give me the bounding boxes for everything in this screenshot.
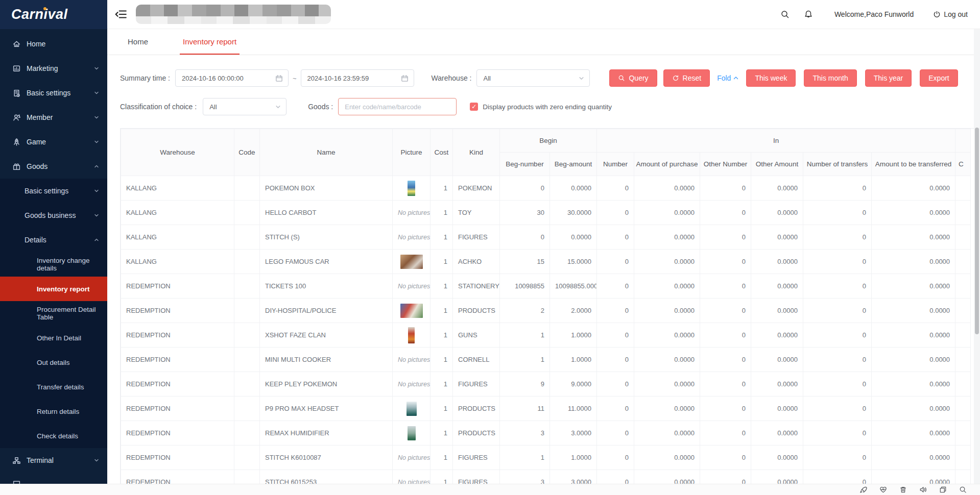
sidebar-item-procurement-detail-table[interactable]: Procurement Detail Table: [0, 301, 107, 326]
home-icon: [12, 40, 21, 48]
sidebar-item-inventory-report[interactable]: Inventory report: [0, 277, 107, 301]
no-pictures-label: No pictures: [398, 209, 430, 216]
cell-other-number: 0: [700, 225, 751, 250]
sidebar-item-check-details[interactable]: Check details: [0, 424, 107, 448]
date-from-input[interactable]: 2024-10-16 00:00:00: [175, 69, 289, 87]
sidebar-item-details[interactable]: Details: [0, 228, 107, 252]
this-week-button[interactable]: This week: [746, 69, 796, 87]
tab-home[interactable]: Home: [125, 29, 151, 55]
cell-beg-number: 2: [500, 299, 550, 323]
vertical-scrollbar-thumb[interactable]: [975, 128, 979, 334]
sidebar-item-inventory-change-details[interactable]: Inventory change details: [0, 252, 107, 277]
classification-select[interactable]: All: [203, 98, 286, 115]
terminal-icon: [12, 456, 21, 465]
sidebar-item-label: Home: [27, 40, 45, 48]
rocket-icon[interactable]: [859, 486, 867, 493]
col-other-number: Other Number: [700, 153, 751, 176]
collapse-menu-icon[interactable]: [114, 8, 128, 21]
table-row: REDEMPTIONDIY-HOSPITAL/POLICE1PRODUCTS22…: [121, 299, 971, 323]
bell-icon[interactable]: [804, 10, 813, 19]
filter-row-2: Classification of choice : All Goods : E…: [120, 98, 612, 115]
cell-warehouse: KALLANG: [121, 225, 234, 250]
cell-warehouse: REDEMPTION: [121, 470, 234, 486]
cell-beg-number: 1: [500, 445, 550, 470]
this-month-button[interactable]: This month: [804, 69, 856, 87]
sidebar-item-game[interactable]: Game: [0, 130, 107, 154]
cell-cost: 1: [431, 274, 453, 299]
sidebar-item-label: Game: [27, 138, 46, 146]
cell-in-number: 0: [597, 445, 634, 470]
sidebar-item-return-details[interactable]: Return details: [0, 399, 107, 424]
chevron-down-icon: [94, 458, 99, 463]
cell-picture: No pictures: [393, 445, 431, 470]
cell-name: STITCH (S): [260, 225, 393, 250]
bottom-toolbar: [0, 484, 980, 495]
search-icon[interactable]: [780, 10, 790, 19]
product-photo[interactable]: [407, 402, 417, 416]
sidebar-item-goods-business[interactable]: Goods business: [0, 203, 107, 228]
cell-transfer-amount: 0.0000: [872, 225, 955, 250]
sidebar-item-member[interactable]: Member: [0, 105, 107, 130]
restore-window-icon[interactable]: [939, 486, 947, 493]
calendar-icon: [275, 75, 283, 82]
heart-pulse-icon[interactable]: [879, 486, 887, 493]
trash-icon[interactable]: [899, 486, 907, 493]
content: Summary time : 2024-10-16 00:00:00 ~ 202…: [107, 55, 980, 484]
query-button[interactable]: Query: [609, 69, 657, 87]
sidebar-item-other-in-detail[interactable]: Other In Detail: [0, 326, 107, 350]
magnifier-icon[interactable]: [959, 486, 967, 493]
cell-code: [234, 201, 260, 225]
table-row: REDEMPTIONMINI MULTI COOKERNo pictures1C…: [121, 348, 971, 372]
sidebar-item-goods-basic-settings[interactable]: Basic settings: [0, 179, 107, 203]
cell-other-number: 0: [700, 445, 751, 470]
goods-search-input[interactable]: Enter code/name/barcode: [338, 98, 457, 115]
table-row: REDEMPTIONP9 PRO MAX HEADSET1PRODUCTS111…: [121, 397, 971, 421]
product-photo[interactable]: [408, 181, 415, 196]
cell-picture: [393, 299, 431, 323]
this-year-button[interactable]: This year: [865, 69, 912, 87]
tab-inventory-report[interactable]: Inventory report: [180, 29, 240, 55]
cell-beg-number: 0: [500, 176, 550, 201]
cell-overflow: [955, 225, 971, 250]
logout-button[interactable]: Log out: [933, 10, 968, 18]
query-label: Query: [629, 74, 648, 82]
cell-in-number: 0: [597, 299, 634, 323]
reset-button[interactable]: Reset: [663, 69, 710, 87]
cell-name: POKEMON BOX: [260, 176, 393, 201]
sidebar-item-goods[interactable]: Goods: [0, 154, 107, 179]
fold-toggle[interactable]: Fold: [717, 74, 739, 82]
cell-cost: 1: [431, 445, 453, 470]
cell-other-number: 0: [700, 470, 751, 486]
sidebar-item-transfer-details[interactable]: Transfer details: [0, 375, 107, 399]
speaker-icon[interactable]: [919, 486, 927, 493]
sidebar-item-out-details[interactable]: Out details: [0, 350, 107, 375]
sidebar-item-marketing[interactable]: Marketing: [0, 56, 107, 81]
cell-beg-amount: 0.0000: [550, 225, 597, 250]
cell-in-number: 0: [597, 372, 634, 397]
sidebar-item-home[interactable]: Home: [0, 32, 107, 56]
cell-name: REMAX HUMIDIFIER: [260, 421, 393, 445]
export-button[interactable]: Export: [920, 69, 958, 87]
product-photo[interactable]: [408, 426, 416, 440]
col-beg-amount: Beg-amount: [550, 153, 597, 176]
sidebar-item-basic-settings[interactable]: Basic settings: [0, 81, 107, 105]
product-photo[interactable]: [400, 255, 423, 269]
product-photo[interactable]: [400, 304, 423, 318]
zero-quantity-checkbox[interactable]: ✓: [470, 103, 478, 111]
col-picture: Picture: [393, 129, 431, 176]
col-number-of-transfers: Number of transfers: [803, 153, 872, 176]
cell-cost: 1: [431, 250, 453, 274]
cell-cost: 1: [431, 225, 453, 250]
warehouse-label: Warehouse :: [432, 74, 472, 82]
cell-warehouse: REDEMPTION: [121, 323, 234, 348]
product-photo[interactable]: [408, 327, 415, 343]
date-to-input[interactable]: 2024-10-16 23:59:59: [301, 69, 414, 87]
cell-transfer-number: 0: [803, 445, 872, 470]
warehouse-select[interactable]: All: [476, 69, 590, 87]
cell-kind: FIGURES: [453, 225, 500, 250]
vertical-scrollbar-track[interactable]: [974, 29, 980, 495]
sidebar-item-terminal[interactable]: Terminal: [0, 448, 107, 473]
cell-code: [234, 397, 260, 421]
chevron-up-icon: [94, 164, 99, 169]
cell-name: P9 PRO MAX HEADSET: [260, 397, 393, 421]
